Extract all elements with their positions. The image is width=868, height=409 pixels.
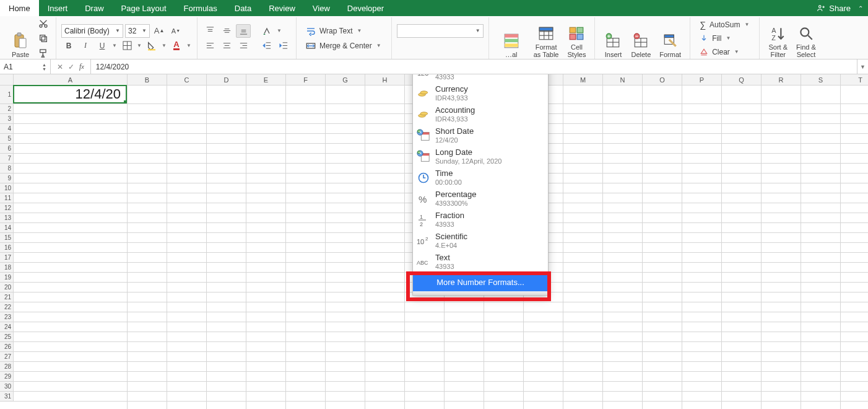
font-name-select[interactable]: Calibri (Body)▼ bbox=[61, 24, 123, 38]
format-painter-button[interactable] bbox=[36, 46, 51, 60]
number-format-option-short-date[interactable]: +Short Date12/4/20 bbox=[413, 125, 548, 146]
format-cells-button[interactable]: Format bbox=[656, 19, 685, 58]
merge-center-button[interactable]: Merge & Center ▼ bbox=[302, 39, 386, 53]
sort-filter-button[interactable]: AZ Sort & Filter bbox=[765, 19, 791, 58]
tab-page-layout[interactable]: Page Layout bbox=[113, 0, 175, 16]
italic-button[interactable]: I bbox=[78, 39, 93, 53]
cell-A1-selected[interactable]: 12/4/20 bbox=[13, 85, 127, 103]
spreadsheet-grid[interactable]: ABCDEFGHIJKLMNOPQRSTU 123456789101112131… bbox=[0, 74, 868, 409]
row-header-4[interactable]: 4 bbox=[0, 124, 14, 134]
decrease-indent-button[interactable] bbox=[259, 39, 274, 53]
align-bottom-button[interactable] bbox=[236, 24, 251, 38]
row-header-30[interactable]: 30 bbox=[0, 382, 14, 392]
align-right-button[interactable] bbox=[236, 39, 251, 53]
number-format-option-long-date[interactable]: +Long DateSunday, 12April, 2020 bbox=[413, 146, 548, 167]
fx-icon[interactable]: fx bbox=[79, 62, 84, 71]
fill-color-dropdown[interactable]: ▼ bbox=[161, 39, 167, 53]
tab-developer[interactable]: Developer bbox=[339, 0, 393, 16]
bold-button[interactable]: B bbox=[61, 39, 76, 53]
row-header-6[interactable]: 6 bbox=[0, 144, 14, 154]
align-top-button[interactable] bbox=[202, 24, 217, 38]
find-select-button[interactable]: Find & Select bbox=[792, 19, 820, 58]
number-format-option-number[interactable]: 123Number43933 bbox=[413, 74, 548, 83]
cell-styles-button[interactable]: Cell Styles bbox=[563, 19, 589, 58]
row-header-7[interactable]: 7 bbox=[0, 154, 14, 164]
tab-home[interactable]: Home bbox=[0, 0, 39, 16]
number-format-select[interactable]: ▼ bbox=[397, 24, 484, 38]
col-header-E[interactable]: E bbox=[246, 74, 286, 86]
more-number-formats-button[interactable]: More Number Formats... bbox=[413, 273, 548, 291]
name-box[interactable]: A1 ▲▼ bbox=[0, 59, 51, 74]
fill-button[interactable]: Fill▼ bbox=[695, 32, 754, 45]
col-header-B[interactable]: B bbox=[128, 74, 167, 86]
tab-formulas[interactable]: Formulas bbox=[175, 0, 226, 16]
row-headers[interactable]: 1234567891011121314151617181920212223242… bbox=[0, 86, 14, 402]
borders-button[interactable] bbox=[119, 39, 134, 53]
row-header-2[interactable]: 2 bbox=[0, 104, 14, 114]
format-as-table-button[interactable]: Format as Table bbox=[530, 19, 563, 58]
row-header-31[interactable]: 31 bbox=[0, 392, 14, 402]
clear-button[interactable]: Clear▼ bbox=[695, 46, 754, 58]
col-header-H[interactable]: H bbox=[365, 74, 405, 86]
number-format-option-text[interactable]: ABCText43933 bbox=[413, 252, 548, 273]
font-color-button[interactable]: A bbox=[169, 39, 184, 53]
col-header-M[interactable]: M bbox=[563, 74, 603, 86]
row-header-8[interactable]: 8 bbox=[0, 164, 14, 174]
col-header-S[interactable]: S bbox=[801, 74, 841, 86]
row-header-20[interactable]: 20 bbox=[0, 283, 14, 292]
row-header-17[interactable]: 17 bbox=[0, 253, 14, 263]
align-left-button[interactable] bbox=[202, 39, 217, 53]
col-header-D[interactable]: D bbox=[207, 74, 246, 86]
col-header-Q[interactable]: Q bbox=[722, 74, 762, 86]
row-header-25[interactable]: 25 bbox=[0, 332, 14, 342]
number-format-option-percentage[interactable]: %Percentage4393300% bbox=[413, 188, 548, 209]
tab-insert[interactable]: Insert bbox=[39, 0, 77, 16]
row-header-1[interactable]: 1 bbox=[0, 86, 14, 104]
paste-button[interactable]: Paste bbox=[7, 19, 33, 58]
col-header-P[interactable]: P bbox=[682, 74, 722, 86]
row-header-5[interactable]: 5 bbox=[0, 134, 14, 144]
number-format-option-fraction[interactable]: 12Fraction43933 bbox=[413, 209, 548, 231]
fill-dropdown[interactable]: ▼ bbox=[725, 32, 731, 45]
orientation-button[interactable] bbox=[259, 24, 274, 38]
copy-button[interactable] bbox=[36, 32, 51, 45]
row-header-13[interactable]: 13 bbox=[0, 213, 14, 223]
row-header-23[interactable]: 23 bbox=[0, 312, 14, 322]
number-format-option-scientific[interactable]: 102Scientific4.E+04 bbox=[413, 231, 548, 252]
row-header-15[interactable]: 15 bbox=[0, 233, 14, 243]
number-format-option-time[interactable]: Time00:00:00 bbox=[413, 167, 548, 188]
row-header-22[interactable]: 22 bbox=[0, 302, 14, 312]
row-header-3[interactable]: 3 bbox=[0, 114, 14, 124]
number-format-option-currency[interactable]: CurrencyIDR43,933 bbox=[413, 83, 548, 104]
increase-font-button[interactable]: A▲ bbox=[152, 24, 167, 38]
insert-cells-button[interactable]: Insert bbox=[600, 19, 626, 58]
row-header-12[interactable]: 12 bbox=[0, 203, 14, 213]
accept-formula-button[interactable]: ✓ bbox=[68, 63, 74, 71]
increase-indent-button[interactable] bbox=[276, 39, 291, 53]
row-header-27[interactable]: 27 bbox=[0, 352, 14, 362]
row-header-28[interactable]: 28 bbox=[0, 362, 14, 372]
formula-input[interactable]: 12/4/2020 bbox=[91, 59, 857, 74]
col-header-F[interactable]: F bbox=[286, 74, 326, 86]
font-color-dropdown[interactable]: ▼ bbox=[186, 39, 192, 53]
row-header-29[interactable]: 29 bbox=[0, 372, 14, 382]
wrap-text-button[interactable]: Wrap Text ▼ bbox=[302, 24, 386, 38]
row-header-11[interactable]: 11 bbox=[0, 193, 14, 203]
number-format-option-accounting[interactable]: AccountingIDR43,933 bbox=[413, 104, 548, 125]
col-header-R[interactable]: R bbox=[762, 74, 801, 86]
col-header-T[interactable]: T bbox=[841, 74, 868, 86]
row-header-14[interactable]: 14 bbox=[0, 223, 14, 233]
underline-button[interactable]: U bbox=[95, 39, 110, 53]
select-all-corner[interactable] bbox=[0, 74, 14, 86]
wrap-dropdown[interactable]: ▼ bbox=[357, 24, 363, 38]
row-header-18[interactable]: 18 bbox=[0, 263, 14, 273]
col-header-N[interactable]: N bbox=[603, 74, 643, 86]
row-header-21[interactable]: 21 bbox=[0, 292, 14, 302]
cut-button[interactable] bbox=[36, 17, 51, 30]
align-center-button[interactable] bbox=[219, 39, 234, 53]
decrease-font-button[interactable]: A▼ bbox=[168, 24, 183, 38]
col-header-C[interactable]: C bbox=[167, 74, 207, 86]
row-header-19[interactable]: 19 bbox=[0, 273, 14, 283]
borders-dropdown[interactable]: ▼ bbox=[136, 39, 142, 53]
col-header-G[interactable]: G bbox=[326, 74, 365, 86]
